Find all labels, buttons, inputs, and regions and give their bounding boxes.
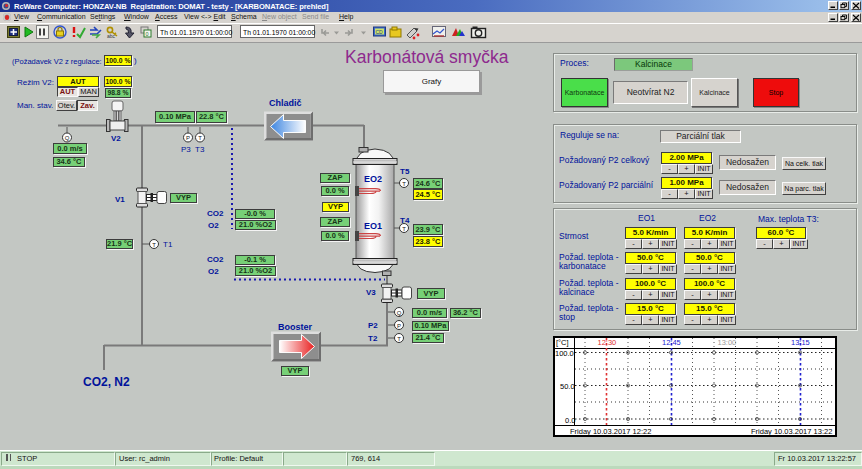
svg-text:12:30: 12:30: [598, 338, 617, 347]
svg-text:Th 01.01.1970 01:00:00: Th 01.01.1970 01:00:00: [160, 29, 232, 36]
svg-text:T: T: [397, 336, 401, 342]
svg-text:13:15: 13:15: [791, 338, 810, 347]
svg-text:P: P: [186, 135, 190, 141]
svg-text:0.0: 0.0: [565, 416, 575, 425]
svg-text:P: P: [397, 323, 401, 329]
svg-text:Friday 10.03.2017 13:22: Friday 10.03.2017 13:22: [751, 427, 832, 436]
svg-text:Q: Q: [65, 135, 70, 141]
svg-text:T: T: [152, 242, 156, 248]
svg-text:T: T: [402, 181, 406, 187]
svg-text:CD: CD: [376, 29, 384, 35]
svg-text:Friday 10.03.2017 12:22: Friday 10.03.2017 12:22: [570, 427, 651, 436]
svg-text:Q: Q: [397, 310, 402, 316]
svg-text:13:00: 13:00: [718, 338, 737, 347]
svg-text:Th 01.01.1970 01:00:00: Th 01.01.1970 01:00:00: [243, 29, 315, 36]
svg-text:T: T: [198, 135, 202, 141]
svg-text:0: 0: [146, 31, 149, 37]
svg-text:50.0: 50.0: [560, 382, 575, 391]
svg-text:T: T: [402, 226, 406, 232]
svg-text:[°C]: [°C]: [556, 338, 569, 347]
svg-text:12:45: 12:45: [662, 338, 681, 347]
svg-text:100.0: 100.0: [555, 349, 574, 358]
svg-text:abc: abc: [107, 33, 116, 39]
